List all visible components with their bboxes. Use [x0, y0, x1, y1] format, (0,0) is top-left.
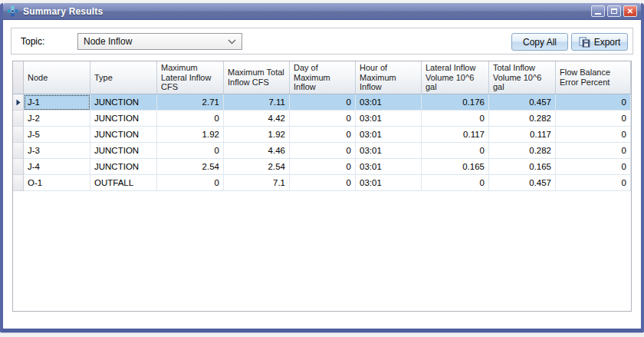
- cell-total-inflow-volume-10-6-gal[interactable]: 0.282: [489, 111, 556, 127]
- minimize-button[interactable]: [591, 5, 605, 17]
- cell-maximum-total-inflow-cfs[interactable]: 7.1: [224, 175, 290, 191]
- cell-node[interactable]: J-2: [24, 111, 90, 127]
- table-row[interactable]: J-4JUNCTION2.542.54003:010.1650.1650: [13, 159, 631, 175]
- client-area: Topic: Node Inflow Copy All: [3, 20, 641, 329]
- cell-day-of-maximum-inflow[interactable]: 0: [290, 127, 356, 143]
- cell-day-of-maximum-inflow[interactable]: 0: [290, 159, 356, 175]
- table-row[interactable]: J-1JUNCTION2.717.11003:010.1760.4570: [13, 94, 631, 111]
- cell-lateral-inflow-volume-10-6-gal[interactable]: 0.176: [422, 94, 489, 111]
- cell-maximum-total-inflow-cfs[interactable]: 2.54: [224, 159, 290, 175]
- column-header-maximum-lateral-inflow-cfs[interactable]: Maximum Lateral Inflow CFS: [157, 61, 224, 94]
- table-row[interactable]: J-5JUNCTION1.921.92003:010.1170.1170: [13, 127, 631, 143]
- cell-total-inflow-volume-10-6-gal[interactable]: 0.117: [489, 127, 556, 143]
- cell-day-of-maximum-inflow[interactable]: 0: [290, 175, 356, 191]
- cell-maximum-total-inflow-cfs[interactable]: 1.92: [224, 127, 290, 143]
- cell-flow-balance-error-percent[interactable]: 0: [556, 143, 631, 159]
- cell-total-inflow-volume-10-6-gal[interactable]: 0.165: [489, 159, 556, 175]
- cell-type[interactable]: JUNCTION: [90, 94, 157, 111]
- cell-lateral-inflow-volume-10-6-gal[interactable]: 0: [422, 175, 489, 191]
- cell-maximum-lateral-inflow-cfs[interactable]: 0: [157, 143, 224, 159]
- cell-type[interactable]: JUNCTION: [90, 127, 157, 143]
- cell-day-of-maximum-inflow[interactable]: 0: [290, 94, 356, 111]
- row-selector[interactable]: [13, 127, 24, 143]
- topic-panel: Topic: Node Inflow Copy All: [11, 28, 633, 55]
- cell-hour-of-maximum-inflow[interactable]: 03:01: [356, 94, 422, 111]
- cell-lateral-inflow-volume-10-6-gal[interactable]: 0: [422, 143, 489, 159]
- cell-lateral-inflow-volume-10-6-gal[interactable]: 0: [422, 111, 489, 127]
- cell-node[interactable]: J-4: [24, 159, 90, 175]
- cell-total-inflow-volume-10-6-gal[interactable]: 0.457: [489, 175, 556, 191]
- cell-maximum-lateral-inflow-cfs[interactable]: 0: [157, 175, 224, 191]
- column-header-day-of-maximum-inflow[interactable]: Day of Maximum Inflow: [290, 61, 356, 94]
- column-header-flow-balance-error-percent[interactable]: Flow Balance Error Percent: [556, 61, 631, 94]
- cell-maximum-lateral-inflow-cfs[interactable]: 0: [157, 111, 224, 127]
- row-selector[interactable]: [13, 159, 24, 175]
- cell-maximum-lateral-inflow-cfs[interactable]: 2.71: [157, 94, 224, 111]
- cell-node[interactable]: J-1: [24, 94, 90, 111]
- cell-type[interactable]: JUNCTION: [90, 111, 157, 127]
- grid-body: J-1JUNCTION2.717.11003:010.1760.4570J-2J…: [13, 94, 631, 191]
- table-row[interactable]: O-1OUTFALL07.1003:0100.4570: [13, 175, 631, 191]
- row-selector[interactable]: [13, 143, 24, 159]
- maximize-icon: [611, 8, 617, 14]
- cell-node[interactable]: J-3: [24, 143, 90, 159]
- cell-maximum-total-inflow-cfs[interactable]: 4.46: [224, 143, 290, 159]
- cell-flow-balance-error-percent[interactable]: 0: [556, 127, 631, 143]
- row-selector[interactable]: [13, 111, 24, 127]
- desktop-background: Summary Results ✕ Topic: Node Inflow Co: [0, 0, 644, 337]
- cell-total-inflow-volume-10-6-gal[interactable]: 0.282: [489, 143, 556, 159]
- grid-header-row: NodeTypeMaximum Lateral Inflow CFSMaximu…: [13, 61, 631, 94]
- column-header-total-inflow-volume-10-6-gal[interactable]: Total Inflow Volume 10^6 gal: [489, 61, 556, 94]
- cell-flow-balance-error-percent[interactable]: 0: [556, 159, 631, 175]
- cell-day-of-maximum-inflow[interactable]: 0: [290, 111, 356, 127]
- row-selector[interactable]: [13, 94, 24, 111]
- export-label: Export: [594, 37, 621, 48]
- cell-flow-balance-error-percent[interactable]: 0: [556, 94, 631, 111]
- cell-type[interactable]: JUNCTION: [90, 159, 157, 175]
- column-header-node[interactable]: Node: [24, 61, 90, 94]
- chevron-down-icon: [228, 39, 236, 45]
- cell-hour-of-maximum-inflow[interactable]: 03:01: [356, 111, 422, 127]
- column-header-lateral-inflow-volume-10-6-gal[interactable]: Lateral Inflow Volume 10^6 gal: [422, 61, 489, 94]
- close-icon: ✕: [627, 8, 633, 15]
- cell-flow-balance-error-percent[interactable]: 0: [556, 111, 631, 127]
- cell-maximum-total-inflow-cfs[interactable]: 7.11: [224, 94, 290, 111]
- column-header-hour-of-maximum-inflow[interactable]: Hour of Maximum Inflow: [356, 61, 422, 94]
- table-row[interactable]: J-3JUNCTION04.46003:0100.2820: [13, 143, 631, 159]
- cell-lateral-inflow-volume-10-6-gal[interactable]: 0.165: [422, 159, 489, 175]
- cell-total-inflow-volume-10-6-gal[interactable]: 0.457: [489, 94, 556, 111]
- cell-hour-of-maximum-inflow[interactable]: 03:01: [356, 127, 422, 143]
- copy-all-label: Copy All: [523, 37, 557, 48]
- cell-node[interactable]: O-1: [24, 175, 90, 191]
- summary-results-window: Summary Results ✕ Topic: Node Inflow Co: [0, 3, 644, 332]
- cell-lateral-inflow-volume-10-6-gal[interactable]: 0.117: [422, 127, 489, 143]
- cell-maximum-total-inflow-cfs[interactable]: 4.42: [224, 111, 290, 127]
- cell-hour-of-maximum-inflow[interactable]: 03:01: [356, 175, 422, 191]
- maximize-button[interactable]: [607, 5, 621, 17]
- cell-type[interactable]: JUNCTION: [90, 143, 157, 159]
- selected-row-arrow-icon: [16, 99, 21, 106]
- export-button[interactable]: Export: [571, 33, 628, 51]
- cell-maximum-lateral-inflow-cfs[interactable]: 2.54: [157, 159, 224, 175]
- summary-grid: NodeTypeMaximum Lateral Inflow CFSMaximu…: [12, 61, 632, 312]
- table-row[interactable]: J-2JUNCTION04.42003:0100.2820: [13, 111, 631, 127]
- topic-dropdown[interactable]: Node Inflow: [77, 33, 242, 50]
- column-header-type[interactable]: Type: [90, 61, 157, 94]
- copy-all-button[interactable]: Copy All: [511, 33, 568, 51]
- row-selector[interactable]: [13, 175, 24, 191]
- title-bar[interactable]: Summary Results ✕: [3, 3, 641, 20]
- cell-node[interactable]: J-5: [24, 127, 90, 143]
- window-title: Summary Results: [23, 6, 591, 17]
- cell-day-of-maximum-inflow[interactable]: 0: [290, 143, 356, 159]
- cell-flow-balance-error-percent[interactable]: 0: [556, 175, 631, 191]
- topic-dropdown-value: Node Inflow: [84, 36, 132, 47]
- selector-column-header: [13, 61, 24, 94]
- topic-label: Topic:: [21, 36, 70, 47]
- cell-hour-of-maximum-inflow[interactable]: 03:01: [356, 159, 422, 175]
- cell-maximum-lateral-inflow-cfs[interactable]: 1.92: [157, 127, 224, 143]
- close-button[interactable]: ✕: [623, 5, 637, 17]
- column-header-maximum-total-inflow-cfs[interactable]: Maximum Total Inflow CFS: [224, 61, 290, 94]
- cell-hour-of-maximum-inflow[interactable]: 03:01: [356, 143, 422, 159]
- cell-type[interactable]: OUTFALL: [90, 175, 157, 191]
- app-icon: [7, 5, 18, 17]
